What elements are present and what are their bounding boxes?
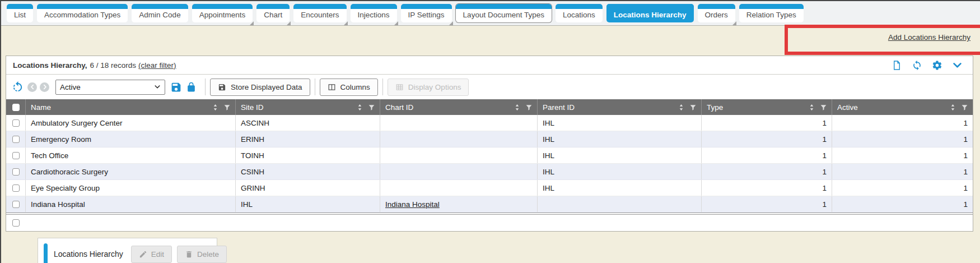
row-checkbox[interactable]: [12, 184, 20, 192]
record-count: 6 / 18 records: [90, 61, 137, 70]
toolbar-separator: [382, 79, 383, 95]
tab-layout-document-types[interactable]: Layout Document Types: [456, 4, 552, 22]
save-filter-icon[interactable]: [170, 81, 182, 93]
cell-text: 1: [822, 151, 827, 160]
undo-icon[interactable]: [11, 81, 24, 94]
tab-admin-code[interactable]: Admin Code: [132, 4, 188, 22]
cell-text: 1: [822, 184, 827, 192]
tab-locations-hierarchy[interactable]: Locations Hierarchy: [606, 4, 694, 22]
footer-checkbox[interactable]: [12, 219, 20, 227]
tab-orders[interactable]: Orders: [698, 4, 735, 22]
sort-icon[interactable]: [357, 104, 363, 111]
columns-button[interactable]: Columns: [320, 79, 378, 96]
sort-icon[interactable]: [809, 104, 815, 111]
table-row[interactable]: Ambulatory Surgery Center ASCINH IHL 1 1: [6, 115, 973, 131]
next-page-button[interactable]: [40, 82, 49, 92]
cell-text: IHL: [543, 151, 554, 160]
cell-text: 1: [963, 168, 968, 176]
tab-label: Locations: [563, 11, 595, 19]
tab-appointments[interactable]: Appointments: [192, 4, 253, 22]
tab-accommodation-types[interactable]: Accommodation Types: [37, 4, 128, 22]
row-checkbox-cell: [6, 147, 25, 163]
row-checkbox[interactable]: [12, 168, 20, 176]
row-checkbox[interactable]: [12, 119, 20, 127]
clear-filter-link[interactable]: (clear filter): [138, 61, 176, 70]
table-row[interactable]: Tech Office TOINH IHL 1 1: [6, 147, 973, 164]
cell-parent-id: IHL: [537, 164, 701, 179]
row-checkbox[interactable]: [12, 201, 20, 208]
cell-chart-id: [380, 115, 537, 131]
filter-funnel-icon[interactable]: [525, 104, 533, 111]
column-header-name[interactable]: Name: [25, 99, 235, 115]
edit-button[interactable]: Edit: [131, 246, 172, 263]
save-icon: [218, 83, 226, 91]
filter-funnel-icon[interactable]: [689, 104, 697, 111]
select-all-checkbox[interactable]: [12, 104, 20, 111]
cell-parent-id: IHL: [537, 147, 701, 163]
refresh-icon[interactable]: [912, 60, 922, 71]
filter-funnel-icon[interactable]: [368, 104, 375, 111]
gear-icon[interactable]: [932, 60, 942, 71]
cell-text: Ambulatory Surgery Center: [31, 119, 123, 127]
cell-text: Emergency Room: [31, 135, 91, 144]
add-locations-hierarchy-link[interactable]: Add Locations Hierarchy: [888, 33, 970, 41]
delete-button[interactable]: Delete: [177, 246, 227, 263]
delete-label: Delete: [197, 250, 219, 259]
cell-text: IHL: [543, 184, 554, 192]
filter-funnel-icon[interactable]: [820, 104, 827, 111]
store-displayed-data-button[interactable]: Store Displayed Data: [210, 79, 310, 96]
select-all-header-cell: [6, 99, 25, 115]
tab-chart[interactable]: Chart: [256, 4, 290, 22]
chart-id-link[interactable]: Indiana Hospital: [380, 196, 537, 212]
tab-locations[interactable]: Locations: [556, 4, 603, 22]
cell-active: 1: [832, 115, 973, 131]
tab-encounters[interactable]: Encounters: [293, 4, 346, 22]
lock-icon[interactable]: [186, 82, 197, 93]
cell-text: 1: [963, 151, 968, 160]
previous-page-button[interactable]: [27, 82, 37, 92]
tab-label: Admin Code: [139, 11, 180, 19]
cell-name: Indiana Hospital: [25, 196, 235, 212]
column-header-chart-id[interactable]: Chart ID: [380, 99, 537, 115]
new-document-icon[interactable]: [892, 60, 902, 71]
tab-ip-settings[interactable]: IP Settings: [401, 4, 452, 22]
table-row[interactable]: Indiana Hospital IHL Indiana Hospital 1 …: [6, 196, 973, 213]
column-header-parent-id[interactable]: Parent ID: [537, 99, 701, 115]
row-checkbox[interactable]: [12, 136, 20, 143]
column-header-site-id[interactable]: Site ID: [235, 99, 380, 115]
cell-text: CSINH: [241, 168, 264, 176]
cell-text: ERINH: [241, 135, 264, 144]
tab-label: Relation Types: [746, 11, 796, 19]
filter-funnel-icon[interactable]: [961, 104, 968, 111]
cell-text: GRINH: [241, 184, 265, 192]
grid-toolbar: Active Store Displayed Data Columns Disp…: [6, 75, 973, 99]
cell-text: Indiana Hospital: [31, 200, 85, 209]
tab-label: IP Settings: [408, 11, 445, 19]
tab-label: Encounters: [301, 11, 339, 19]
cell-parent-id: IHL: [537, 115, 701, 131]
tab-label: Injections: [358, 11, 390, 19]
tab-bar: List Accommodation Types Admin Code Appo…: [1, 1, 980, 26]
table-row[interactable]: Cardiothoracic Surgery CSINH IHL 1 1: [6, 164, 973, 180]
tab-list[interactable]: List: [7, 4, 33, 22]
chevron-down-icon[interactable]: [952, 60, 963, 71]
filter-funnel-icon[interactable]: [223, 104, 231, 111]
filter-select[interactable]: Active: [55, 80, 165, 95]
tab-injections[interactable]: Injections: [351, 4, 397, 22]
locations-hierarchy-grid-panel: Locations Hierarchy, 6 / 18 records (cle…: [6, 56, 973, 232]
sort-icon[interactable]: [678, 104, 684, 111]
sort-icon[interactable]: [212, 104, 218, 111]
sort-icon[interactable]: [514, 104, 520, 111]
tab-relation-types[interactable]: Relation Types: [739, 4, 804, 22]
cell-type: 1: [701, 131, 832, 147]
columns-label: Columns: [340, 83, 370, 91]
sort-icon[interactable]: [950, 104, 956, 111]
table-row[interactable]: Eye Specialty Group GRINH IHL 1 1: [6, 180, 973, 196]
column-header-active[interactable]: Active: [832, 99, 973, 115]
table-row[interactable]: Emergency Room ERINH IHL 1 1: [6, 131, 973, 147]
row-checkbox[interactable]: [12, 152, 20, 159]
column-label: Active: [837, 103, 950, 112]
cell-text: IHL: [543, 135, 554, 144]
column-header-type[interactable]: Type: [701, 99, 832, 115]
columns-icon: [328, 83, 336, 91]
